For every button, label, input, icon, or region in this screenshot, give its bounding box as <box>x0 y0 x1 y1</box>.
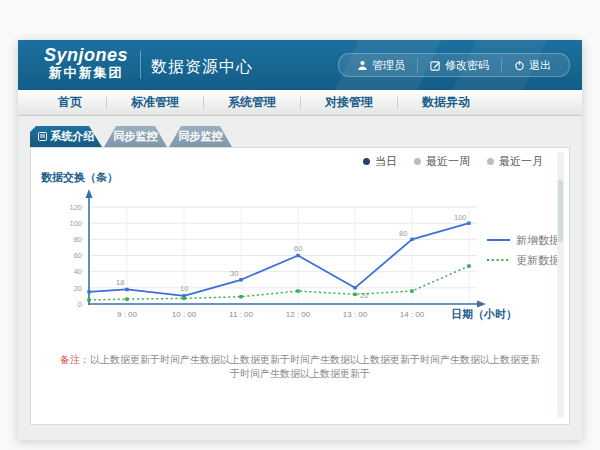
logo-text-en: Synjones <box>38 45 134 65</box>
point-value-label: 30 <box>230 269 238 278</box>
change-password-label: 修改密码 <box>445 58 489 73</box>
x-tick-label: 13 : 00 <box>343 310 368 319</box>
data-point <box>296 289 299 292</box>
note-prefix: 备注： <box>60 354 90 365</box>
power-icon <box>514 60 525 71</box>
data-point <box>87 290 90 293</box>
tab-label: 同步监控 <box>179 126 223 147</box>
app-header: Synjones 新中新集团 数据资源中心 管理员 修改密码 <box>18 40 582 90</box>
tab-bar: 系统介绍 同步监控 同步监控 <box>30 126 232 147</box>
data-point <box>410 289 413 292</box>
scrollbar-thumb[interactable] <box>558 180 563 242</box>
legend-series-label: 更新数据 <box>516 254 560 266</box>
chart-area: 0204060801001209 : 0010 : 0011 : 0012 : … <box>31 164 571 339</box>
point-value-label: 60 <box>294 244 302 253</box>
data-point <box>296 254 299 257</box>
current-user-label: 管理员 <box>372 58 405 73</box>
main-nav: 首页 标准管理 系统管理 对接管理 数据异动 <box>18 90 582 116</box>
y-tick-label: 40 <box>74 267 82 276</box>
app-window: Synjones 新中新集团 数据资源中心 管理员 修改密码 <box>18 40 582 440</box>
data-point <box>353 286 356 289</box>
nav-item-interface-mgmt[interactable]: 对接管理 <box>301 94 397 111</box>
nav-item-system-mgmt[interactable]: 系统管理 <box>204 94 300 111</box>
x-axis-title: 日期（小时） <box>451 308 517 321</box>
edit-icon <box>430 60 441 71</box>
nav-item-standard-mgmt[interactable]: 标准管理 <box>107 94 203 111</box>
logout-label: 退出 <box>529 58 551 73</box>
data-point <box>410 238 413 241</box>
x-tick-label: 12 : 00 <box>286 310 311 319</box>
note-text: 以上数据更新于时间产生数据以上数据更新于时间产生数据以上数据更新于时间产生数据以… <box>90 354 540 379</box>
y-tick-label: 60 <box>74 251 82 260</box>
point-value-label: 100 <box>454 213 467 222</box>
page-title: 数据资源中心 <box>151 57 253 78</box>
x-tick-label: 14 : 00 <box>400 310 425 319</box>
company-logo: Synjones 新中新集团 <box>38 45 134 80</box>
x-tick-label: 10 : 00 <box>172 310 197 319</box>
logout-button[interactable]: 退出 <box>501 58 563 73</box>
nav-item-data-change[interactable]: 数据异动 <box>398 94 494 111</box>
change-password-button[interactable]: 修改密码 <box>417 58 501 73</box>
tab-label: 同步监控 <box>114 126 158 147</box>
logo-text-cn: 新中新集团 <box>38 65 134 80</box>
data-point <box>353 293 356 296</box>
y-tick-label: 120 <box>69 203 82 212</box>
x-axis-arrow <box>477 300 486 307</box>
user-icon <box>357 60 368 71</box>
line-chart: 0204060801001209 : 0010 : 0011 : 0012 : … <box>31 164 571 339</box>
data-point <box>182 297 185 300</box>
y-tick-label: 80 <box>74 235 82 244</box>
point-value-label: 18 <box>116 278 124 287</box>
x-tick-label: 11 : 00 <box>229 310 253 319</box>
data-point <box>87 298 90 301</box>
legend-series-label: 新增数据 <box>516 234 560 246</box>
tab-label: 系统介绍 <box>51 126 95 147</box>
x-tick-label: 9 : 00 <box>117 310 138 319</box>
point-value-label: 10 <box>180 284 188 293</box>
point-value-label: 20 <box>360 291 368 300</box>
tab-sync-monitor-1[interactable]: 同步监控 <box>104 126 167 147</box>
document-icon <box>38 132 47 141</box>
current-user-button[interactable]: 管理员 <box>345 58 417 73</box>
data-point <box>239 295 242 298</box>
nav-item-home[interactable]: 首页 <box>34 94 106 111</box>
point-value-label: 80 <box>399 229 407 238</box>
y-axis-title: 数据交换（条） <box>40 171 118 184</box>
tab-system-intro[interactable]: 系统介绍 <box>30 126 102 147</box>
data-point <box>125 288 128 291</box>
y-tick-label: 100 <box>69 219 82 228</box>
user-toolbar: 管理员 修改密码 退出 <box>338 53 570 77</box>
y-axis-arrow <box>85 189 92 198</box>
data-point <box>239 278 242 281</box>
data-point <box>125 297 128 300</box>
content-panel: 当日 最近一周 最近一月 0204060801001209 : 0010 : 0… <box>30 147 570 425</box>
data-point <box>467 264 470 267</box>
header-divider <box>140 51 141 79</box>
y-tick-label: 0 <box>78 300 82 309</box>
y-tick-label: 20 <box>74 284 82 293</box>
tab-sync-monitor-2[interactable]: 同步监控 <box>169 126 232 147</box>
footer-note: 备注：以上数据更新于时间产生数据以上数据更新于时间产生数据以上数据更新于时间产生… <box>31 353 569 381</box>
scrollbar[interactable] <box>557 152 564 418</box>
data-point <box>467 222 470 225</box>
